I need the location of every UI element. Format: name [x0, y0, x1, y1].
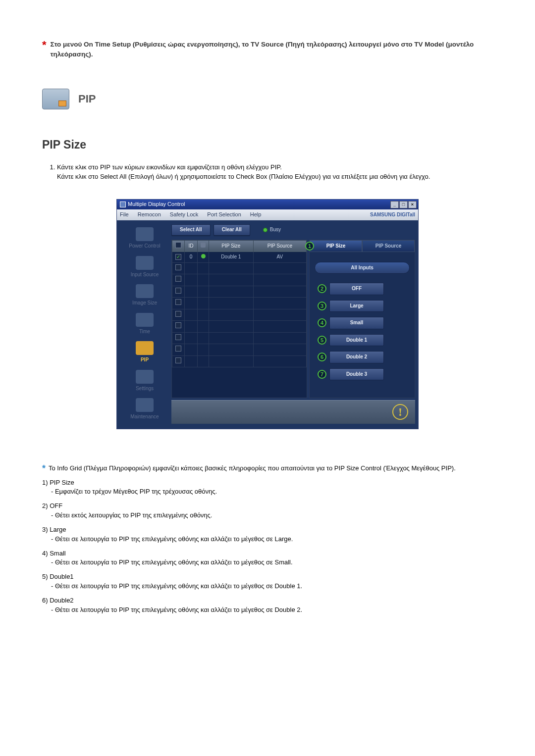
- callout-1: 1: [305, 242, 314, 251]
- cell-status: [198, 332, 209, 344]
- cell-status: [198, 355, 209, 367]
- cell-pipsource: [253, 309, 306, 321]
- header-checkbox[interactable]: [175, 242, 181, 248]
- pip-size-button-double 3[interactable]: Double 3: [329, 368, 384, 381]
- table-row[interactable]: [172, 286, 307, 298]
- definition-item: 1) PIP Size- Εμφανίζει το τρέχον Μέγεθος…: [42, 478, 493, 497]
- row-checkbox[interactable]: [175, 288, 181, 294]
- row-checkbox[interactable]: [175, 264, 181, 270]
- section-header: PIP: [42, 89, 493, 109]
- cell-status: [198, 262, 209, 274]
- row-checkbox[interactable]: [175, 311, 181, 317]
- menu-file[interactable]: File: [120, 211, 129, 219]
- menu-safetylock[interactable]: Safety Lock: [170, 211, 198, 219]
- info-icon[interactable]: !: [392, 404, 408, 420]
- definition-desc: - Θέτει σε λειτουργία το PIP της επιλεγμ…: [51, 535, 493, 544]
- row-checkbox[interactable]: [175, 299, 181, 305]
- status-strip: !: [171, 400, 415, 424]
- asterisk-icon: *: [42, 464, 46, 473]
- pip-size-button-double 2[interactable]: Double 2: [329, 351, 384, 363]
- tab-pip-size[interactable]: 1 PIP Size: [310, 240, 362, 252]
- maximize-button[interactable]: □: [399, 201, 408, 208]
- table-row[interactable]: [172, 344, 307, 356]
- input-icon: [136, 256, 154, 270]
- row-checkbox[interactable]: [175, 254, 181, 260]
- definition-term: 1) PIP Size: [42, 478, 493, 488]
- row-checkbox[interactable]: [175, 322, 181, 328]
- app-icon: [120, 202, 126, 207]
- table-row[interactable]: [172, 332, 307, 344]
- pip-size-option: 7Double 3: [329, 368, 410, 381]
- row-checkbox[interactable]: [175, 346, 181, 352]
- table-row[interactable]: [172, 274, 307, 286]
- sidebar-item-imagesize[interactable]: Image Size: [122, 283, 167, 310]
- row-checkbox[interactable]: [175, 276, 181, 282]
- sidebar-item-settings[interactable]: Settings: [122, 369, 167, 396]
- cell-status: [198, 309, 209, 321]
- cell-pipsource: [253, 355, 306, 367]
- cell-status: [198, 344, 209, 356]
- pip-size-button-off[interactable]: OFF: [329, 283, 384, 295]
- time-icon: [136, 313, 154, 327]
- col-pipsource: PIP Source: [253, 240, 306, 252]
- menu-portselection[interactable]: Port Selection: [207, 211, 241, 219]
- sidebar-item-maintenance[interactable]: Maintenance: [122, 397, 167, 424]
- cell-pipsize: [209, 309, 254, 321]
- close-button[interactable]: ×: [408, 201, 417, 208]
- tab-pip-source[interactable]: PIP Source: [362, 240, 415, 252]
- cell-pipsource: [253, 286, 306, 298]
- sidebar-item-input[interactable]: Input Source: [122, 255, 167, 282]
- info-grid-note: * Το Info Grid (Πλέγμα Πληροφοριών) εμφα…: [42, 464, 493, 473]
- menu-remocon[interactable]: Remocon: [138, 211, 161, 219]
- row-checkbox[interactable]: [175, 334, 181, 340]
- cell-pipsize: Double 1: [209, 252, 254, 263]
- table-row[interactable]: [172, 298, 307, 309]
- select-all-button[interactable]: Select All: [171, 224, 211, 236]
- pip-size-option: 2OFF: [329, 283, 410, 295]
- callout-2: 2: [318, 284, 326, 293]
- table-row[interactable]: [172, 355, 307, 367]
- pip-size-button-small[interactable]: Small: [329, 317, 384, 329]
- sidebar-item-pip[interactable]: PIP: [122, 340, 167, 367]
- pip-size-button-double 1[interactable]: Double 1: [329, 334, 384, 347]
- pip-size-option: 6Double 2: [329, 351, 410, 363]
- cell-status: [198, 321, 209, 333]
- cell-pipsource: AV: [253, 252, 306, 263]
- pip-monitor-icon: [42, 89, 69, 109]
- busy-dot-icon: [263, 228, 268, 232]
- menubar: File Remocon Safety Lock Port Selection …: [117, 209, 418, 220]
- minimize-button[interactable]: _: [390, 201, 399, 208]
- table-row[interactable]: [172, 309, 307, 321]
- busy-indicator: Busy: [263, 226, 281, 234]
- table-row[interactable]: [172, 262, 307, 274]
- cell-pipsource: [253, 298, 306, 309]
- cell-pipsource: [253, 262, 306, 274]
- menu-help[interactable]: Help: [250, 211, 262, 219]
- status-ok-icon: [201, 254, 206, 258]
- definitions-list: 1) PIP Size- Εμφανίζει το τρέχον Μέγεθος…: [42, 478, 493, 615]
- definition-term: 6) Double2: [42, 596, 493, 605]
- row-checkbox[interactable]: [175, 357, 181, 363]
- callout-7: 7: [318, 370, 326, 379]
- cell-pipsource: [253, 274, 306, 286]
- cell-pipsize: [209, 274, 254, 286]
- sidebar-item-power[interactable]: Power Control: [122, 226, 167, 253]
- clear-all-button[interactable]: Clear All: [214, 224, 250, 236]
- cell-pipsize: [209, 332, 254, 344]
- col-pipsize: PIP Size: [209, 240, 254, 252]
- pip-size-option: 3Large: [329, 300, 410, 312]
- toolbar: Select All Clear All Busy: [171, 223, 415, 238]
- table-row[interactable]: 0Double 1AV: [172, 252, 307, 263]
- status-header-icon: [201, 243, 206, 248]
- top-warning-text: Στο μενού On Time Setup (Ρυθμίσεις ώρας …: [51, 40, 493, 59]
- info-grid: ID PIP Size PIP Source 0Double 1AV: [171, 240, 307, 398]
- cell-id: 0: [185, 252, 198, 263]
- pip-size-option: 4Small: [329, 317, 410, 329]
- cell-id: [185, 274, 198, 286]
- intro-item: Κάντε κλικ στο PIP των κύριων εικονιδίων…: [57, 163, 493, 182]
- col-id: ID: [185, 240, 198, 252]
- table-row[interactable]: [172, 321, 307, 333]
- sidebar-item-time[interactable]: Time: [122, 312, 167, 339]
- pip-size-button-large[interactable]: Large: [329, 300, 384, 312]
- cell-status: [198, 286, 209, 298]
